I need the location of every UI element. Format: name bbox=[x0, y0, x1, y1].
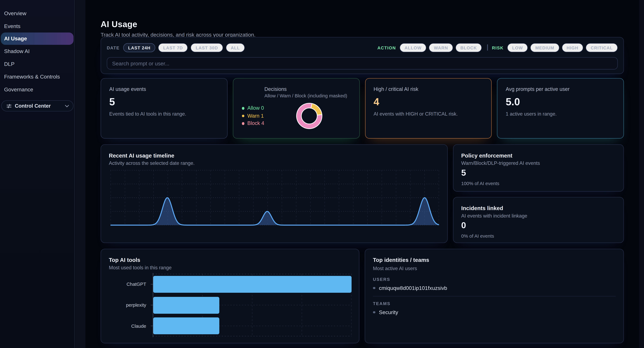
risk-filter-low[interactable]: LOW bbox=[507, 43, 528, 52]
stat-value: 5 bbox=[461, 168, 466, 178]
kpi-description: AI events with HIGH or CRITICAL risk. bbox=[374, 111, 483, 117]
stat-title: Incidents linked bbox=[461, 205, 503, 211]
scrollbar-track[interactable] bbox=[639, 0, 644, 348]
sidebar-item-ai-usage[interactable]: AI Usage bbox=[1, 32, 74, 45]
sidebar-item-label: Shadow AI bbox=[4, 48, 30, 55]
kpi-label: AI usage events bbox=[109, 86, 219, 92]
top-tools-title: Top AI tools bbox=[109, 257, 140, 263]
decisions-donut-chart bbox=[294, 101, 324, 131]
bullet-dot-icon bbox=[373, 287, 375, 289]
filter-panel: DATE LAST 24H LAST 7D LAST 30D ALL ACTIO… bbox=[100, 37, 624, 74]
sidebar-nav: Overview Events AI Usage Shadow AI DLP F… bbox=[0, 7, 74, 96]
decisions-title: Decisions bbox=[264, 86, 287, 92]
kpi-label: High / critical AI risk bbox=[374, 86, 483, 92]
top-tools-subtitle: Most used tools in this range bbox=[109, 265, 172, 270]
date-filter-last-30d[interactable]: LAST 30D bbox=[191, 43, 223, 52]
top-ai-tools-card: Top AI tools Most used tools in this ran… bbox=[100, 249, 359, 343]
kpi-card-decisions: Decisions Allow / Warn / Block (includin… bbox=[233, 78, 360, 138]
sidebar-item-label: Overview bbox=[4, 10, 26, 17]
sidebar-item-label: AI Usage bbox=[4, 36, 27, 42]
sidebar-item-events[interactable]: Events bbox=[1, 20, 74, 32]
bar-perplexity bbox=[153, 297, 219, 313]
bar-label-chatgpt: ChatGPT bbox=[126, 281, 146, 288]
sidebar-item-governance[interactable]: Governance bbox=[1, 83, 74, 96]
bullet-dot-icon bbox=[373, 311, 375, 313]
sidebar-item-frameworks-controls[interactable]: Frameworks & Controls bbox=[1, 70, 74, 83]
bar-chart-labels: ChatGPT perplexity Claude bbox=[101, 274, 150, 336]
chevron-down-icon bbox=[65, 105, 69, 107]
kpi-value: 5 bbox=[109, 96, 219, 108]
stat-title: Policy enforcement bbox=[461, 152, 512, 159]
action-filter-label: ACTION bbox=[377, 45, 396, 50]
section-divider bbox=[373, 296, 616, 296]
bar-chart-plot bbox=[153, 274, 352, 336]
kpi-card-high-critical-risk: High / critical AI risk 4 AI events with… bbox=[365, 78, 492, 138]
risk-filter-label: RISK bbox=[492, 45, 504, 50]
control-center-label: Control Center bbox=[15, 103, 50, 109]
kpi-label: Avg prompts per active user bbox=[506, 86, 615, 92]
sidebar-item-overview[interactable]: Overview bbox=[1, 7, 74, 20]
stat-subtitle: AI events with incident linkage bbox=[461, 213, 527, 219]
action-filter-allow[interactable]: ALLOW bbox=[400, 43, 426, 52]
legend-item-allow[interactable]: Allow 0 bbox=[242, 104, 264, 112]
action-filter-block[interactable]: BLOCK bbox=[456, 43, 482, 52]
bar-claude bbox=[153, 317, 219, 334]
risk-filter-medium[interactable]: MEDIUM bbox=[530, 43, 559, 52]
date-filter-label: DATE bbox=[107, 45, 120, 50]
legend-label: Allow 0 bbox=[247, 105, 264, 111]
top-identities-card: Top identities / teams Most active AI us… bbox=[365, 249, 624, 343]
identities-title: Top identities / teams bbox=[373, 257, 616, 263]
kpi-card-avg-prompts: Avg prompts per active user 5.0 1 active… bbox=[497, 78, 624, 138]
incidents-linked-card: Incidents linked AI events with incident… bbox=[453, 197, 624, 243]
page-title: AI Usage bbox=[100, 19, 137, 29]
user-list-item: cmiquqw8d001ip101fxuzsivb bbox=[373, 285, 616, 291]
kpi-card-ai-usage-events: AI usage events 5 Events tied to AI tool… bbox=[100, 78, 228, 138]
timeline-card: Recent AI usage timeline Activity across… bbox=[100, 144, 448, 243]
search-input[interactable] bbox=[107, 57, 618, 70]
legend-label: Block 4 bbox=[247, 121, 264, 126]
risk-filter-critical[interactable]: CRITICAL bbox=[586, 43, 618, 52]
filter-row: DATE LAST 24H LAST 7D LAST 30D ALL ACTIO… bbox=[107, 43, 618, 52]
timeline-title: Recent AI usage timeline bbox=[109, 152, 174, 159]
team-list-item: Security bbox=[373, 309, 616, 315]
timeline-area-chart bbox=[110, 170, 439, 226]
legend-dot-block bbox=[242, 122, 244, 125]
policy-enforcement-card: Policy enforcement Warn/Block/DLP-trigge… bbox=[453, 144, 624, 192]
kpi-description: 1 active users in range. bbox=[506, 111, 615, 117]
stat-description: 100% of AI events bbox=[461, 181, 499, 186]
main-content: AI Usage Track AI tool activity, decisio… bbox=[100, 0, 624, 348]
stat-description: 0% of AI events bbox=[461, 234, 494, 238]
risk-filter-high[interactable]: HIGH bbox=[562, 43, 583, 52]
legend-item-warn[interactable]: Warn 1 bbox=[242, 112, 264, 120]
sidebar-item-dlp[interactable]: DLP bbox=[1, 58, 74, 70]
date-filter-last-7d[interactable]: LAST 7D bbox=[158, 43, 188, 52]
decisions-donut bbox=[294, 101, 324, 131]
user-id: cmiquqw8d001ip101fxuzsivb bbox=[379, 285, 447, 291]
legend-dot-warn bbox=[242, 115, 244, 117]
dashboard-root: Overview Events AI Usage Shadow AI DLP F… bbox=[0, 0, 644, 348]
filter-divider bbox=[487, 44, 488, 51]
timeline-svg bbox=[110, 170, 439, 226]
sidebar-gutter bbox=[75, 0, 86, 348]
decisions-subtitle: Allow / Warn / Block (including masked) bbox=[264, 93, 347, 98]
legend-item-block[interactable]: Block 4 bbox=[242, 120, 264, 127]
action-filter-warn[interactable]: WARN bbox=[429, 43, 453, 52]
legend-dot-allow bbox=[242, 107, 244, 110]
users-section-label: USERS bbox=[373, 277, 616, 282]
stat-subtitle: Warn/Block/DLP-triggered AI events bbox=[461, 160, 540, 166]
bar-chatgpt bbox=[153, 276, 352, 293]
sidebar-item-label: Frameworks & Controls bbox=[4, 74, 60, 80]
control-center-button[interactable]: Control Center bbox=[1, 100, 74, 111]
action-risk-filters: ACTION ALLOW WARN BLOCK RISK LOW MEDIUM … bbox=[377, 43, 618, 52]
date-filter-all[interactable]: ALL bbox=[226, 43, 245, 52]
identities-subtitle: Most active AI users bbox=[373, 266, 616, 271]
bar-label-perplexity: perplexity bbox=[126, 302, 146, 308]
sidebar-item-label: Governance bbox=[4, 86, 33, 92]
stat-value: 0 bbox=[461, 220, 466, 230]
decisions-legend: Allow 0 Warn 1 Block 4 bbox=[242, 104, 264, 127]
teams-section-label: TEAMS bbox=[373, 301, 616, 306]
team-name: Security bbox=[379, 309, 398, 315]
legend-label: Warn 1 bbox=[247, 113, 264, 119]
date-filter-last-24h[interactable]: LAST 24H bbox=[123, 43, 156, 52]
sidebar-item-shadow-ai[interactable]: Shadow AI bbox=[1, 45, 74, 58]
